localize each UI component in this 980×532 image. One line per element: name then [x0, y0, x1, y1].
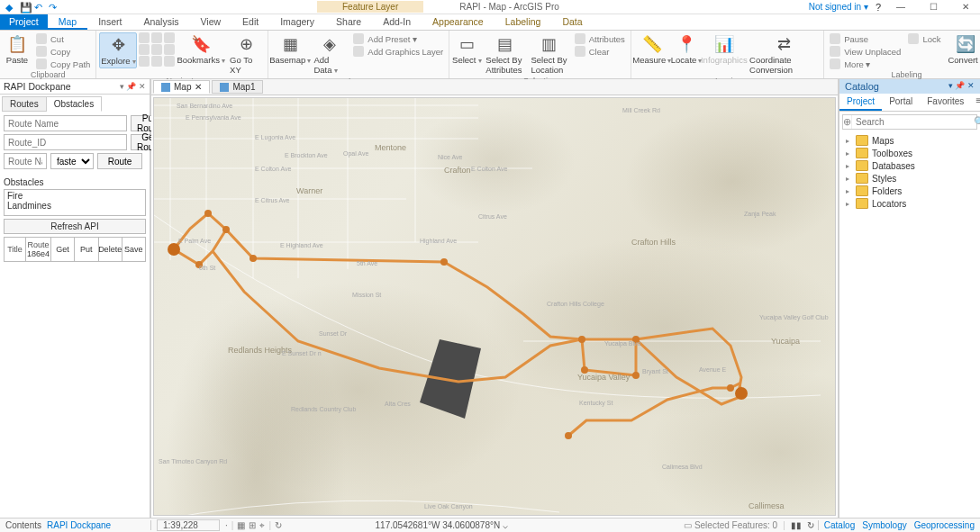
obstacle-item[interactable]: Landmines: [7, 201, 142, 211]
grid-put-button[interactable]: Put: [75, 238, 98, 261]
refresh-api-button[interactable]: Refresh API: [4, 219, 146, 234]
prev-extent-icon[interactable]: [164, 32, 175, 43]
tab-labeling[interactable]: Labeling: [495, 14, 552, 30]
route-name2-input[interactable]: [4, 153, 47, 169]
back-icon[interactable]: ⊕: [843, 115, 852, 129]
search-icon[interactable]: 🔍: [974, 115, 980, 129]
bottom-tab-catalog[interactable]: Catalog: [824, 520, 855, 530]
bookmarks-button[interactable]: 🔖Bookmarks: [177, 32, 225, 67]
zoom-in-icon[interactable]: [139, 44, 150, 55]
tab-appearance[interactable]: Appearance: [422, 14, 495, 30]
project-icon[interactable]: ◆: [5, 2, 16, 13]
tab-share[interactable]: Share: [325, 14, 372, 30]
grid-save-button[interactable]: Save: [122, 238, 145, 261]
tab-view[interactable]: View: [190, 14, 232, 30]
goto-xy-button[interactable]: ⊕Go To XY: [227, 32, 265, 77]
fixed-zoom-in-icon[interactable]: [139, 56, 150, 67]
select-button[interactable]: ▭Select: [452, 32, 481, 67]
routes-tab[interactable]: Routes: [2, 96, 47, 112]
project-tab[interactable]: Project: [0, 14, 48, 30]
close-button[interactable]: ✕: [953, 0, 978, 14]
cut-button[interactable]: Cut: [33, 32, 93, 45]
select-by-attr-button[interactable]: ▤Select By Attributes: [483, 32, 526, 77]
tab-edit[interactable]: Edit: [231, 14, 269, 30]
status-icon[interactable]: ·: [225, 520, 228, 531]
next-extent-icon[interactable]: [164, 44, 175, 55]
explore-button[interactable]: ✥Explore: [99, 32, 137, 68]
fixed-zoom-out-icon[interactable]: [151, 56, 162, 67]
more-button[interactable]: More ▾: [827, 58, 903, 70]
contents-tab[interactable]: Contents: [5, 520, 41, 530]
status-icon[interactable]: ⊞: [249, 520, 256, 531]
basemap-button[interactable]: ▦Basemap: [271, 32, 309, 67]
status-icon[interactable]: ▦: [237, 520, 245, 531]
close-icon[interactable]: ✕: [195, 82, 202, 92]
grid-delete-button[interactable]: Delete: [99, 238, 122, 261]
tree-item-locators[interactable]: ▸Locators: [841, 197, 978, 210]
catalog-title[interactable]: Catalog▾ 📌 ✕: [839, 79, 980, 94]
minimize-button[interactable]: —: [888, 0, 913, 14]
redo-icon[interactable]: ↷: [49, 2, 59, 13]
grid-get-button[interactable]: Get: [51, 238, 75, 261]
tab-data[interactable]: Data: [551, 14, 593, 30]
pin-icon[interactable]: ▾ 📌 ✕: [120, 82, 146, 91]
obstacles-list[interactable]: Fire Landmines: [4, 189, 146, 216]
attributes-button[interactable]: Attributes: [572, 32, 628, 45]
pan-icon[interactable]: [164, 56, 175, 67]
save-icon[interactable]: 💾: [20, 2, 31, 13]
zoom-out-icon[interactable]: [151, 44, 162, 55]
copypath-button[interactable]: Copy Path: [33, 58, 93, 70]
tree-item-databases[interactable]: ▸Databases: [841, 159, 978, 172]
tab-analysis[interactable]: Analysis: [132, 14, 189, 30]
expand-icon[interactable]: ▸: [843, 200, 852, 208]
expand-icon[interactable]: ▸: [843, 149, 852, 158]
expand-icon[interactable]: ▸: [843, 162, 852, 170]
catalog-tab-favorites[interactable]: Favorites: [920, 94, 971, 111]
bottom-tab-geoprocessing[interactable]: Geoprocessing: [914, 520, 975, 530]
scale-input[interactable]: 1:39,228: [157, 519, 220, 531]
tree-item-toolboxes[interactable]: ▸Toolboxes: [841, 147, 978, 159]
tab-addin[interactable]: Add-In: [372, 14, 422, 30]
addgraphics-button[interactable]: Add Graphics Layer: [350, 45, 446, 58]
tab-insert[interactable]: Insert: [87, 14, 132, 30]
obstacle-polygon[interactable]: [420, 339, 481, 419]
locate-button[interactable]: 📍Locate: [672, 32, 702, 67]
viewunplaced-button[interactable]: View Unplaced: [827, 45, 903, 58]
expand-icon[interactable]: ▸: [843, 187, 852, 195]
route-button[interactable]: Route: [97, 153, 142, 169]
route-name-input[interactable]: [4, 115, 127, 131]
obstacle-item[interactable]: Fire: [7, 191, 142, 201]
coord-dropdown[interactable]: ⌵: [503, 520, 508, 530]
rapi-dockpane-tab[interactable]: RAPI Dockpane: [47, 520, 111, 530]
help-icon[interactable]: ?: [876, 2, 881, 13]
zoom-full-icon[interactable]: [139, 32, 150, 43]
obstacles-tab[interactable]: Obstacles: [47, 96, 102, 112]
coord-conv-button[interactable]: ⇄Coordinate Conversion: [747, 32, 821, 77]
maximize-button[interactable]: ☐: [921, 0, 946, 14]
status-icon[interactable]: ↻: [275, 520, 282, 531]
expand-icon[interactable]: ▸: [843, 137, 852, 145]
catalog-search-input[interactable]: [852, 115, 974, 129]
expand-icon[interactable]: ▸: [843, 175, 852, 183]
map-tab-2[interactable]: Map1: [212, 80, 263, 94]
map-view[interactable]: MentoneCraftonWarnerRedlands HeightsYuca…: [153, 97, 836, 516]
zoom-sel-icon[interactable]: [151, 32, 162, 43]
addpreset-button[interactable]: Add Preset ▾: [350, 32, 446, 45]
tree-item-folders[interactable]: ▸Folders: [841, 185, 978, 197]
catalog-tab-portal[interactable]: Portal: [882, 94, 920, 111]
tree-item-styles[interactable]: ▸Styles: [841, 172, 978, 185]
map-tab-1[interactable]: Map ✕: [153, 80, 210, 94]
measure-button[interactable]: 📏Measure: [634, 32, 670, 67]
tab-imagery[interactable]: Imagery: [269, 14, 325, 30]
undo-icon[interactable]: ↶: [34, 2, 45, 13]
route-id-input[interactable]: [4, 134, 127, 150]
pause-button[interactable]: Pause: [827, 32, 903, 45]
speed-select[interactable]: fastest: [50, 153, 94, 169]
bottom-tab-symbology[interactable]: Symbology: [862, 520, 906, 530]
clear-button[interactable]: Clear: [572, 45, 628, 58]
refresh-icon[interactable]: ↻: [807, 520, 814, 530]
status-icon[interactable]: ⌖: [259, 520, 265, 531]
pause-drawing-icon[interactable]: ▮▮: [791, 520, 802, 530]
tab-map[interactable]: Map: [48, 14, 87, 30]
adddata-button[interactable]: ◈Add Data: [311, 32, 349, 77]
